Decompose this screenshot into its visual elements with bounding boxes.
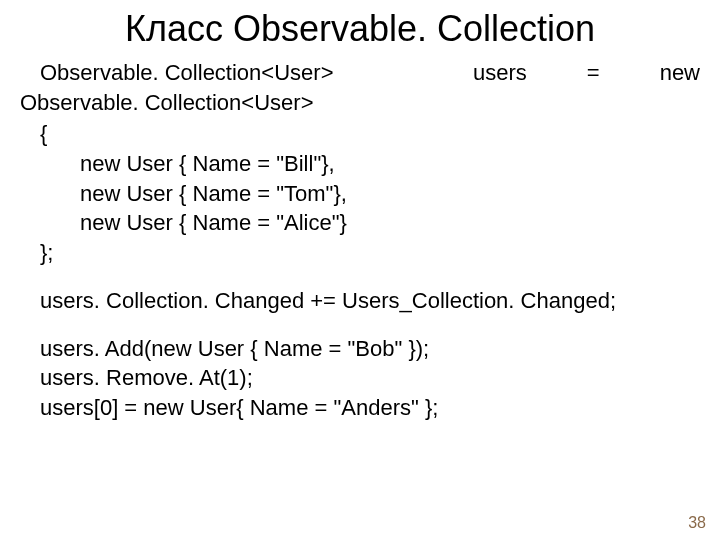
decl-type: Observable. Collection<User> <box>20 58 333 88</box>
code-block: Observable. Collection<User> users = new… <box>20 58 700 423</box>
init-item-2: new User { Name = "Alice"} <box>20 208 700 238</box>
line-index-assign: users[0] = new User{ Name = "Anders" }; <box>20 393 700 423</box>
declaration-line-2: Observable. Collection<User> <box>20 88 700 118</box>
decl-eq: = <box>587 58 660 88</box>
line-remove: users. Remove. At(1); <box>20 363 700 393</box>
decl-var: users <box>473 58 587 88</box>
line-add: users. Add(new User { Name = "Bob" }); <box>20 334 700 364</box>
declaration-line-1: Observable. Collection<User> users = new <box>20 58 700 88</box>
brace-close: }; <box>20 238 700 268</box>
init-item-1: new User { Name = "Tom"}, <box>20 179 700 209</box>
init-item-0: new User { Name = "Bill"}, <box>20 149 700 179</box>
line-collection-changed: users. Collection. Changed += Users_Coll… <box>20 286 700 316</box>
page-number: 38 <box>688 514 706 532</box>
decl-new: new <box>660 58 700 88</box>
brace-open: { <box>20 119 700 149</box>
page-title: Класс Observable. Collection <box>20 8 700 50</box>
